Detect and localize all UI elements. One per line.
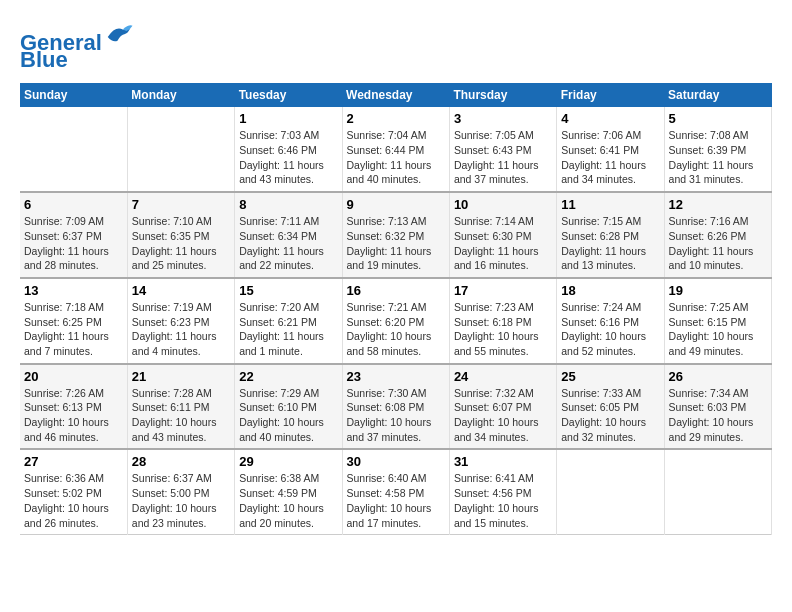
day-number: 20	[24, 369, 123, 384]
day-number: 30	[347, 454, 445, 469]
day-number: 14	[132, 283, 230, 298]
column-header-friday: Friday	[557, 83, 664, 107]
cell-info: Sunrise: 7:23 AMSunset: 6:18 PMDaylight:…	[454, 300, 552, 359]
calendar-cell: 22Sunrise: 7:29 AMSunset: 6:10 PMDayligh…	[235, 364, 342, 450]
calendar-cell: 6Sunrise: 7:09 AMSunset: 6:37 PMDaylight…	[20, 192, 127, 278]
day-number: 21	[132, 369, 230, 384]
cell-info: Sunrise: 6:41 AMSunset: 4:56 PMDaylight:…	[454, 471, 552, 530]
day-number: 16	[347, 283, 445, 298]
cell-info: Sunrise: 7:32 AMSunset: 6:07 PMDaylight:…	[454, 386, 552, 445]
calendar-cell: 20Sunrise: 7:26 AMSunset: 6:13 PMDayligh…	[20, 364, 127, 450]
cell-info: Sunrise: 7:20 AMSunset: 6:21 PMDaylight:…	[239, 300, 337, 359]
calendar-cell: 11Sunrise: 7:15 AMSunset: 6:28 PMDayligh…	[557, 192, 664, 278]
cell-info: Sunrise: 7:10 AMSunset: 6:35 PMDaylight:…	[132, 214, 230, 273]
calendar-cell: 12Sunrise: 7:16 AMSunset: 6:26 PMDayligh…	[664, 192, 771, 278]
cell-info: Sunrise: 7:21 AMSunset: 6:20 PMDaylight:…	[347, 300, 445, 359]
week-row-2: 6Sunrise: 7:09 AMSunset: 6:37 PMDaylight…	[20, 192, 772, 278]
column-header-thursday: Thursday	[449, 83, 556, 107]
cell-info: Sunrise: 7:29 AMSunset: 6:10 PMDaylight:…	[239, 386, 337, 445]
calendar-cell: 13Sunrise: 7:18 AMSunset: 6:25 PMDayligh…	[20, 278, 127, 364]
day-number: 18	[561, 283, 659, 298]
calendar-cell: 23Sunrise: 7:30 AMSunset: 6:08 PMDayligh…	[342, 364, 449, 450]
day-number: 19	[669, 283, 767, 298]
day-number: 15	[239, 283, 337, 298]
column-header-wednesday: Wednesday	[342, 83, 449, 107]
calendar-cell: 19Sunrise: 7:25 AMSunset: 6:15 PMDayligh…	[664, 278, 771, 364]
week-row-5: 27Sunrise: 6:36 AMSunset: 5:02 PMDayligh…	[20, 449, 772, 534]
calendar-cell: 10Sunrise: 7:14 AMSunset: 6:30 PMDayligh…	[449, 192, 556, 278]
calendar-body: 1Sunrise: 7:03 AMSunset: 6:46 PMDaylight…	[20, 107, 772, 535]
calendar-cell: 16Sunrise: 7:21 AMSunset: 6:20 PMDayligh…	[342, 278, 449, 364]
cell-info: Sunrise: 7:19 AMSunset: 6:23 PMDaylight:…	[132, 300, 230, 359]
day-number: 28	[132, 454, 230, 469]
calendar-cell: 1Sunrise: 7:03 AMSunset: 6:46 PMDaylight…	[235, 107, 342, 192]
cell-info: Sunrise: 7:11 AMSunset: 6:34 PMDaylight:…	[239, 214, 337, 273]
calendar-cell: 24Sunrise: 7:32 AMSunset: 6:07 PMDayligh…	[449, 364, 556, 450]
page-header: General Blue	[20, 20, 772, 73]
day-number: 12	[669, 197, 767, 212]
calendar-cell: 31Sunrise: 6:41 AMSunset: 4:56 PMDayligh…	[449, 449, 556, 534]
calendar-cell: 30Sunrise: 6:40 AMSunset: 4:58 PMDayligh…	[342, 449, 449, 534]
calendar-cell: 21Sunrise: 7:28 AMSunset: 6:11 PMDayligh…	[127, 364, 234, 450]
day-number: 8	[239, 197, 337, 212]
cell-info: Sunrise: 7:28 AMSunset: 6:11 PMDaylight:…	[132, 386, 230, 445]
calendar-cell: 5Sunrise: 7:08 AMSunset: 6:39 PMDaylight…	[664, 107, 771, 192]
calendar-cell: 8Sunrise: 7:11 AMSunset: 6:34 PMDaylight…	[235, 192, 342, 278]
day-number: 25	[561, 369, 659, 384]
column-header-saturday: Saturday	[664, 83, 771, 107]
calendar-cell: 29Sunrise: 6:38 AMSunset: 4:59 PMDayligh…	[235, 449, 342, 534]
cell-info: Sunrise: 7:18 AMSunset: 6:25 PMDaylight:…	[24, 300, 123, 359]
day-number: 10	[454, 197, 552, 212]
cell-info: Sunrise: 7:25 AMSunset: 6:15 PMDaylight:…	[669, 300, 767, 359]
week-row-4: 20Sunrise: 7:26 AMSunset: 6:13 PMDayligh…	[20, 364, 772, 450]
day-number: 27	[24, 454, 123, 469]
day-number: 7	[132, 197, 230, 212]
day-number: 1	[239, 111, 337, 126]
day-number: 5	[669, 111, 767, 126]
cell-info: Sunrise: 7:14 AMSunset: 6:30 PMDaylight:…	[454, 214, 552, 273]
calendar-cell: 27Sunrise: 6:36 AMSunset: 5:02 PMDayligh…	[20, 449, 127, 534]
cell-info: Sunrise: 7:05 AMSunset: 6:43 PMDaylight:…	[454, 128, 552, 187]
calendar-cell: 2Sunrise: 7:04 AMSunset: 6:44 PMDaylight…	[342, 107, 449, 192]
calendar-cell: 3Sunrise: 7:05 AMSunset: 6:43 PMDaylight…	[449, 107, 556, 192]
day-number: 17	[454, 283, 552, 298]
cell-info: Sunrise: 7:03 AMSunset: 6:46 PMDaylight:…	[239, 128, 337, 187]
cell-info: Sunrise: 7:08 AMSunset: 6:39 PMDaylight:…	[669, 128, 767, 187]
calendar-cell: 14Sunrise: 7:19 AMSunset: 6:23 PMDayligh…	[127, 278, 234, 364]
cell-info: Sunrise: 6:38 AMSunset: 4:59 PMDaylight:…	[239, 471, 337, 530]
calendar-header-row: SundayMondayTuesdayWednesdayThursdayFrid…	[20, 83, 772, 107]
cell-info: Sunrise: 6:36 AMSunset: 5:02 PMDaylight:…	[24, 471, 123, 530]
cell-info: Sunrise: 7:16 AMSunset: 6:26 PMDaylight:…	[669, 214, 767, 273]
day-number: 13	[24, 283, 123, 298]
logo: General Blue	[20, 20, 134, 73]
calendar-cell	[557, 449, 664, 534]
day-number: 4	[561, 111, 659, 126]
day-number: 9	[347, 197, 445, 212]
day-number: 26	[669, 369, 767, 384]
calendar-cell: 9Sunrise: 7:13 AMSunset: 6:32 PMDaylight…	[342, 192, 449, 278]
day-number: 3	[454, 111, 552, 126]
calendar-cell	[127, 107, 234, 192]
cell-info: Sunrise: 7:26 AMSunset: 6:13 PMDaylight:…	[24, 386, 123, 445]
day-number: 11	[561, 197, 659, 212]
calendar-cell	[664, 449, 771, 534]
day-number: 22	[239, 369, 337, 384]
day-number: 31	[454, 454, 552, 469]
calendar-cell	[20, 107, 127, 192]
column-header-monday: Monday	[127, 83, 234, 107]
day-number: 29	[239, 454, 337, 469]
week-row-1: 1Sunrise: 7:03 AMSunset: 6:46 PMDaylight…	[20, 107, 772, 192]
day-number: 2	[347, 111, 445, 126]
cell-info: Sunrise: 7:34 AMSunset: 6:03 PMDaylight:…	[669, 386, 767, 445]
week-row-3: 13Sunrise: 7:18 AMSunset: 6:25 PMDayligh…	[20, 278, 772, 364]
cell-info: Sunrise: 7:24 AMSunset: 6:16 PMDaylight:…	[561, 300, 659, 359]
calendar-table: SundayMondayTuesdayWednesdayThursdayFrid…	[20, 83, 772, 535]
calendar-cell: 28Sunrise: 6:37 AMSunset: 5:00 PMDayligh…	[127, 449, 234, 534]
column-header-sunday: Sunday	[20, 83, 127, 107]
cell-info: Sunrise: 6:37 AMSunset: 5:00 PMDaylight:…	[132, 471, 230, 530]
cell-info: Sunrise: 7:13 AMSunset: 6:32 PMDaylight:…	[347, 214, 445, 273]
cell-info: Sunrise: 7:15 AMSunset: 6:28 PMDaylight:…	[561, 214, 659, 273]
calendar-cell: 26Sunrise: 7:34 AMSunset: 6:03 PMDayligh…	[664, 364, 771, 450]
calendar-cell: 15Sunrise: 7:20 AMSunset: 6:21 PMDayligh…	[235, 278, 342, 364]
calendar-cell: 7Sunrise: 7:10 AMSunset: 6:35 PMDaylight…	[127, 192, 234, 278]
